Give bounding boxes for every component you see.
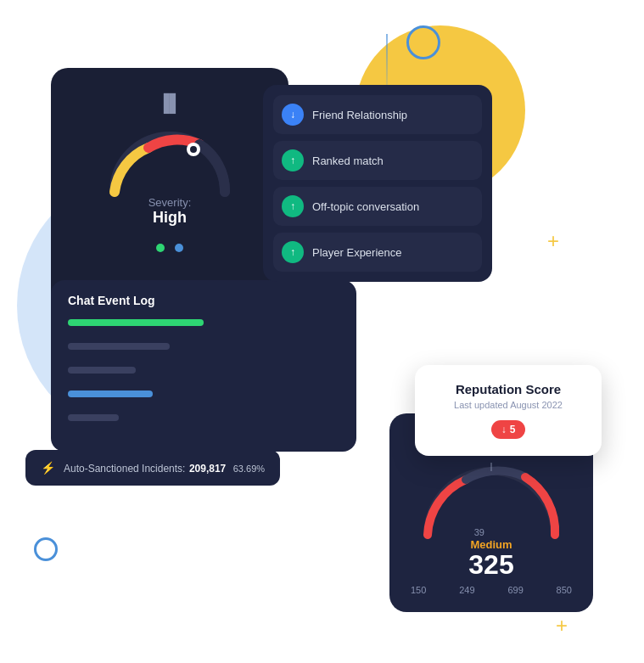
gauge-container: ▐▌ Severity: High bbox=[68, 85, 272, 252]
reputation-title: Reputation Score bbox=[432, 382, 585, 396]
chat-bar-green bbox=[68, 319, 204, 326]
chat-bar-row-2 bbox=[68, 343, 339, 358]
topic-icon-down-1: ↓ bbox=[282, 104, 304, 126]
topic-icon-up-2: ↑ bbox=[282, 195, 304, 217]
incidents-content: Auto-Sanctioned Incidents: 209,817 63.69… bbox=[64, 460, 265, 475]
chat-bar-row-1 bbox=[68, 319, 339, 334]
scene: + + ▐▌ Severity: bbox=[0, 0, 644, 663]
severity-value: High bbox=[148, 209, 192, 227]
topic-item-friend[interactable]: ↓ Friend Relationship bbox=[273, 95, 482, 134]
reputation-badge: ↓ 5 bbox=[491, 420, 526, 439]
topic-icon-up-1: ↑ bbox=[282, 149, 304, 171]
topic-item-ranked[interactable]: ↑ Ranked match bbox=[273, 141, 482, 180]
svg-point-1 bbox=[190, 146, 197, 153]
incidents-label: Auto-Sanctioned Incidents: bbox=[64, 463, 185, 475]
chat-bar-gray-1 bbox=[68, 343, 170, 350]
scale-850: 850 bbox=[557, 585, 572, 595]
topic-item-offtopic[interactable]: ↑ Off-topic conversation bbox=[273, 187, 482, 226]
scale-249: 249 bbox=[459, 585, 474, 595]
badge-arrow-icon: ↓ bbox=[501, 424, 507, 435]
topic-label-experience: Player Experience bbox=[312, 246, 402, 259]
incidents-number: 209,817 bbox=[189, 463, 226, 475]
incidents-card: ⚡ Auto-Sanctioned Incidents: 209,817 63.… bbox=[25, 450, 280, 486]
lightning-icon: ⚡ bbox=[41, 461, 55, 475]
reputation-subtitle: Last updated August 2022 bbox=[432, 400, 585, 410]
incidents-percent: 63.69% bbox=[233, 464, 265, 474]
chat-title: Chat Event Log bbox=[68, 294, 339, 307]
chat-bar-blue bbox=[68, 390, 153, 397]
severity-text: Severity: bbox=[148, 196, 192, 209]
badge-value: 5 bbox=[510, 424, 516, 435]
score-gauge-svg bbox=[415, 454, 568, 548]
plus-decoration-2: + bbox=[556, 614, 568, 638]
chat-event-log-card: Chat Event Log bbox=[51, 280, 356, 452]
chat-bar-row-3 bbox=[68, 367, 339, 382]
score-scale: 150 249 39 699 850 bbox=[406, 585, 576, 595]
dot-blue bbox=[175, 244, 183, 252]
chat-bar-row-5 bbox=[68, 414, 339, 430]
topic-label-friend: Friend Relationship bbox=[312, 109, 407, 121]
topic-item-experience[interactable]: ↑ Player Experience bbox=[273, 233, 482, 272]
dot-green bbox=[156, 244, 165, 252]
chat-bar-row-4 bbox=[68, 390, 339, 406]
scale-150: 150 bbox=[411, 585, 426, 595]
score-number: 325 bbox=[406, 551, 576, 578]
chat-bar-gray-3 bbox=[68, 414, 119, 421]
gauge-dots bbox=[156, 244, 183, 252]
reputation-score-card: Reputation Score Last updated August 202… bbox=[415, 365, 602, 456]
bg-circle-outline-2 bbox=[34, 537, 58, 561]
gauge-label: Severity: High bbox=[148, 196, 192, 227]
topic-label-ranked: Ranked match bbox=[312, 155, 384, 167]
scale-699: 699 bbox=[507, 585, 523, 595]
topic-label-offtopic: Off-topic conversation bbox=[312, 200, 419, 213]
scale-39: 39 bbox=[474, 527, 484, 537]
topic-icon-up-3: ↑ bbox=[282, 241, 304, 263]
plus-decoration-1: + bbox=[547, 229, 559, 253]
topics-card: ↓ Friend Relationship ↑ Ranked match ↑ O… bbox=[263, 85, 492, 282]
bar-chart-icon: ▐▌ bbox=[158, 93, 182, 113]
bg-circle-outline bbox=[406, 25, 440, 59]
gauge-svg bbox=[102, 120, 238, 205]
chat-bar-gray-2 bbox=[68, 367, 136, 374]
